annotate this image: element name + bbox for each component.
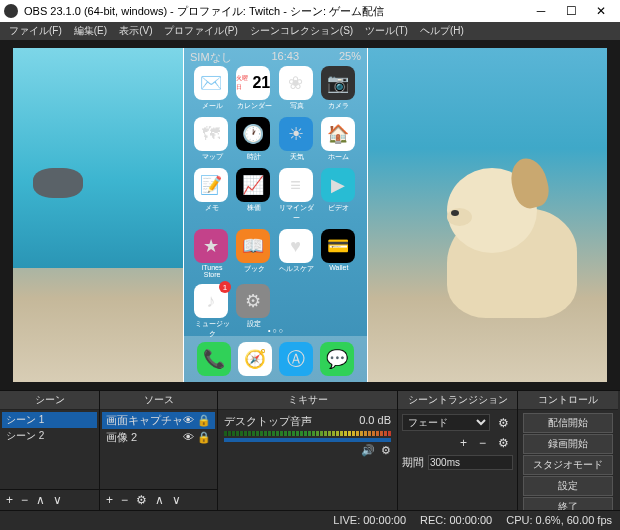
bottom-panels: シーン シーン 1シーン 2 + − ∧ ∨ ソース 画面キャプチャ👁🔒画像 2… — [0, 390, 620, 510]
scenes-list[interactable]: シーン 1シーン 2 — [0, 410, 99, 489]
app-label: iTunes Store — [194, 264, 230, 278]
close-button[interactable]: ✕ — [586, 4, 616, 18]
control-button[interactable]: スタジオモード — [523, 455, 613, 475]
app-label: Wallet — [321, 264, 357, 271]
lock-icon[interactable]: 🔒 — [197, 414, 211, 427]
app-icon: 💳 — [321, 229, 355, 263]
speaker-icon[interactable]: 🔊 — [361, 444, 375, 457]
app-icon: ≡ — [279, 168, 313, 202]
controls-panel: コントロール 配信開始録画開始スタジオモード設定終了 — [518, 391, 618, 510]
app-icon: 🏠 — [321, 117, 355, 151]
control-button[interactable]: 配信開始 — [523, 413, 613, 433]
app-label: カメラ — [321, 101, 357, 111]
app-label: リマインダー — [279, 203, 315, 223]
phone-app-grid: ✉️メール火曜日21カレンダー❀写真📷カメラ🗺マップ🕐時計☀天気🏠ホーム📝メモ📈… — [184, 60, 367, 345]
maximize-button[interactable]: ☐ — [556, 4, 586, 18]
app-icon: 📷 — [321, 66, 355, 100]
add-source-button[interactable]: + — [102, 492, 117, 508]
app-label: カレンダー — [236, 101, 272, 111]
transitions-header: シーントランジション — [398, 391, 517, 410]
phone-dock: 📞🧭Ⓐ💬 — [184, 336, 367, 382]
scene-item[interactable]: シーン 2 — [2, 428, 97, 444]
app-label: マップ — [194, 152, 230, 162]
minimize-button[interactable]: ─ — [526, 4, 556, 18]
menu-item[interactable]: ファイル(F) — [4, 24, 67, 38]
sources-header: ソース — [100, 391, 217, 410]
duration-input[interactable] — [428, 455, 513, 470]
app-icon: ❀ — [279, 66, 313, 100]
mixer-channel: デスクトップ音声 0.0 dB 🔊 ⚙ — [220, 412, 395, 459]
scene-up-button[interactable]: ∧ — [32, 492, 49, 508]
phone-source[interactable]: SIMなし 16:43 25% ✉️メール火曜日21カレンダー❀写真📷カメラ🗺マ… — [183, 48, 368, 382]
remove-source-button[interactable]: − — [117, 492, 132, 508]
menu-item[interactable]: 表示(V) — [114, 24, 157, 38]
remove-scene-button[interactable]: − — [17, 492, 32, 508]
mixer-volume-slider[interactable] — [224, 438, 391, 442]
add-scene-button[interactable]: + — [2, 492, 17, 508]
phone-statusbar: SIMなし 16:43 25% — [184, 48, 367, 60]
statusbar: LIVE: 00:00:00 REC: 00:00:00 CPU: 0.6%, … — [0, 510, 620, 528]
app-label: ヘルスケア — [279, 264, 315, 274]
app-icon: 📈 — [236, 168, 270, 202]
app-icon: ▶ — [321, 168, 355, 202]
menu-item[interactable]: 編集(E) — [69, 24, 112, 38]
preview-area[interactable]: SIMなし 16:43 25% ✉️メール火曜日21カレンダー❀写真📷カメラ🗺マ… — [0, 40, 620, 390]
app-label: ホーム — [321, 152, 357, 162]
scenes-panel: シーン シーン 1シーン 2 + − ∧ ∨ — [0, 391, 100, 510]
control-button[interactable]: 終了 — [523, 497, 613, 510]
mixer-meter — [224, 431, 391, 436]
menu-item[interactable]: ヘルプ(H) — [415, 24, 469, 38]
preview-canvas[interactable]: SIMなし 16:43 25% ✉️メール火曜日21カレンダー❀写真📷カメラ🗺マ… — [13, 48, 607, 382]
source-down-button[interactable]: ∨ — [168, 492, 185, 508]
app-icon: ✉️ — [194, 66, 228, 100]
menubar: ファイル(F)編集(E)表示(V)プロファイル(P)シーンコレクション(S)ツー… — [0, 22, 620, 40]
app-label: 天気 — [279, 152, 315, 162]
mixer-channel-db: 0.0 dB — [359, 414, 391, 429]
app-icon: ⚙ — [236, 284, 270, 318]
lock-icon[interactable]: 🔒 — [197, 431, 211, 444]
mixer-settings-icon[interactable]: ⚙ — [381, 444, 391, 457]
source-item[interactable]: 画面キャプチャ👁🔒 — [102, 412, 215, 429]
time-label: 16:43 — [272, 50, 300, 58]
source-item[interactable]: 画像 2👁🔒 — [102, 429, 215, 446]
menu-item[interactable]: プロファイル(P) — [159, 24, 242, 38]
transition-props-icon[interactable]: ⚙ — [494, 435, 513, 451]
background-sea — [13, 48, 183, 268]
app-label: ブック — [236, 264, 272, 274]
source-settings-button[interactable]: ⚙ — [132, 492, 151, 508]
app-icon: ♪1 — [194, 284, 228, 318]
app-label: メモ — [194, 203, 230, 213]
duration-label: 期間 — [402, 455, 424, 470]
mixer-channel-name: デスクトップ音声 — [224, 414, 312, 429]
menu-item[interactable]: シーンコレクション(S) — [245, 24, 358, 38]
titlebar: OBS 23.1.0 (64-bit, windows) - プロファイル: T… — [0, 0, 620, 22]
dock-icon: Ⓐ — [279, 342, 313, 376]
visibility-icon[interactable]: 👁 — [183, 414, 194, 427]
background-rock — [33, 168, 83, 198]
transition-settings-icon[interactable]: ⚙ — [494, 415, 513, 431]
scene-item[interactable]: シーン 1 — [2, 412, 97, 428]
page-dots: • ○ ○ — [184, 327, 367, 334]
app-icon: 🕐 — [236, 117, 270, 151]
app-label: 時計 — [236, 152, 272, 162]
status-live: LIVE: 00:00:00 — [333, 514, 406, 526]
remove-transition-button[interactable]: − — [475, 435, 490, 451]
app-icon: 🗺 — [194, 117, 228, 151]
menu-item[interactable]: ツール(T) — [360, 24, 413, 38]
control-button[interactable]: 設定 — [523, 476, 613, 496]
visibility-icon[interactable]: 👁 — [183, 431, 194, 444]
sources-list[interactable]: 画面キャプチャ👁🔒画像 2👁🔒 — [100, 410, 217, 489]
app-icon: ♥ — [279, 229, 313, 263]
carrier-label: SIMなし — [190, 50, 232, 58]
control-button[interactable]: 録画開始 — [523, 434, 613, 454]
controls-header: コントロール — [518, 391, 618, 410]
add-transition-button[interactable]: + — [456, 435, 471, 451]
mixer-header: ミキサー — [218, 391, 397, 410]
scene-down-button[interactable]: ∨ — [49, 492, 66, 508]
source-up-button[interactable]: ∧ — [151, 492, 168, 508]
app-icon: 📖 — [236, 229, 270, 263]
scenes-header: シーン — [0, 391, 99, 410]
sources-toolbar: + − ⚙ ∧ ∨ — [100, 489, 217, 510]
transition-select[interactable]: フェード — [402, 414, 490, 431]
app-logo — [4, 4, 18, 18]
